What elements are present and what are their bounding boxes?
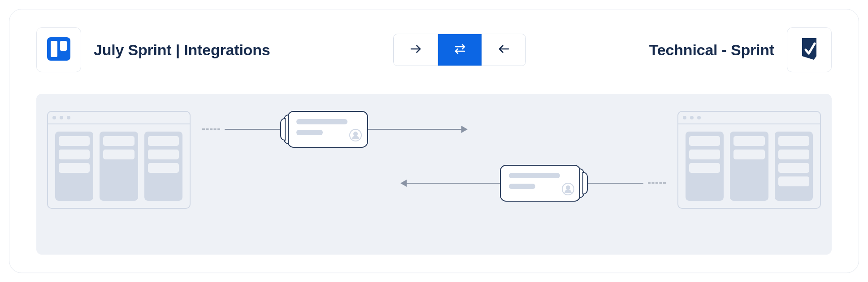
svg-rect-2 bbox=[60, 41, 67, 51]
svg-rect-0 bbox=[47, 37, 70, 61]
browser-bar bbox=[48, 112, 190, 124]
arrow-left-icon bbox=[497, 42, 511, 57]
direction-selector bbox=[393, 34, 526, 66]
direction-both-button[interactable] bbox=[438, 34, 482, 66]
direction-right-button[interactable] bbox=[394, 34, 438, 66]
svg-rect-1 bbox=[51, 41, 57, 57]
arrow-left-head bbox=[400, 180, 407, 187]
swap-icon bbox=[453, 42, 467, 57]
flow-dash bbox=[648, 182, 666, 184]
left-app-logo bbox=[36, 27, 81, 72]
card-flying-left bbox=[500, 165, 581, 202]
sync-diagram bbox=[36, 94, 832, 255]
arrow-right-icon bbox=[409, 42, 422, 57]
sync-flow-card: July Sprint | Integrations bbox=[9, 9, 859, 273]
arrow-right-head bbox=[461, 126, 468, 133]
left-board-illustration bbox=[47, 111, 191, 209]
header-row: July Sprint | Integrations bbox=[36, 27, 832, 72]
right-board: Technical - Sprint bbox=[649, 27, 832, 72]
trello-icon bbox=[46, 36, 71, 63]
left-board-title: July Sprint | Integrations bbox=[94, 41, 270, 59]
card-flying-right bbox=[287, 111, 368, 148]
right-board-title: Technical - Sprint bbox=[649, 41, 774, 59]
left-board: July Sprint | Integrations bbox=[36, 27, 270, 72]
smartsheet-icon bbox=[797, 36, 822, 63]
browser-bar bbox=[678, 112, 820, 124]
flow-dash bbox=[202, 128, 220, 130]
right-app-logo bbox=[787, 27, 832, 72]
right-board-illustration bbox=[677, 111, 821, 209]
direction-left-button[interactable] bbox=[482, 34, 525, 66]
